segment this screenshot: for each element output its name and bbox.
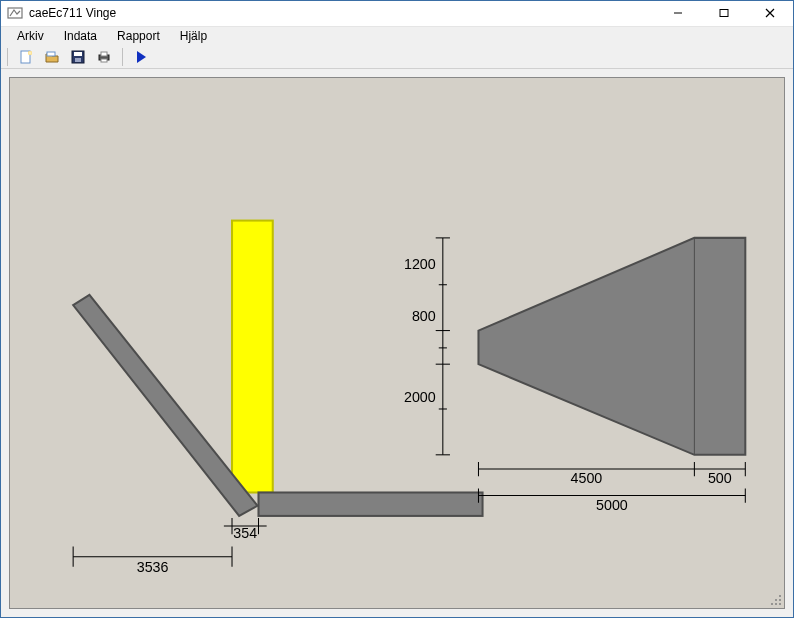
app-window: caeEc711 Vinge Arkiv Indata Rapport Hjäl… [0, 0, 794, 618]
dim-label: 4500 [571, 471, 603, 487]
column-highlight [232, 221, 273, 493]
svg-rect-11 [101, 59, 107, 62]
menu-bar: Arkiv Indata Rapport Hjälp [1, 27, 793, 46]
window-title: caeEc711 Vinge [29, 6, 116, 20]
menu-hjalp[interactable]: Hjälp [170, 27, 217, 45]
drawing-canvas[interactable]: 354 3536 [9, 77, 785, 609]
app-icon [7, 5, 23, 21]
menu-arkiv[interactable]: Arkiv [7, 27, 54, 45]
dim-label: 354 [233, 526, 257, 542]
dim-label: 800 [412, 309, 436, 325]
svg-rect-2 [720, 10, 728, 17]
svg-rect-10 [101, 52, 107, 56]
svg-rect-12 [232, 221, 273, 493]
svg-marker-14 [73, 295, 257, 516]
svg-point-39 [775, 599, 777, 601]
svg-rect-8 [75, 58, 81, 62]
svg-marker-21 [478, 238, 745, 455]
window-controls [655, 1, 793, 26]
dim-label: 3536 [137, 559, 169, 575]
minimize-button[interactable] [655, 1, 701, 26]
client-area: 354 3536 [1, 69, 793, 617]
svg-point-38 [779, 595, 781, 597]
svg-point-43 [779, 603, 781, 605]
dim-wedge-row1: 4500 500 [478, 462, 745, 486]
svg-rect-5 [47, 52, 55, 56]
dim-vertical-chain: 1200 800 2000 [404, 238, 450, 455]
save-icon[interactable] [68, 47, 88, 67]
svg-point-41 [771, 603, 773, 605]
svg-point-42 [775, 603, 777, 605]
open-icon[interactable] [42, 47, 62, 67]
menu-rapport[interactable]: Rapport [107, 27, 170, 45]
dim-label: 500 [708, 471, 732, 487]
toolbar-separator [122, 48, 123, 66]
dim-label: 5000 [596, 497, 628, 513]
title-bar: caeEc711 Vinge [1, 1, 793, 27]
dim-wedge-row2: 5000 [478, 489, 745, 513]
svg-rect-7 [74, 52, 82, 56]
dim-footing-offset: 354 [224, 518, 267, 541]
menu-indata[interactable]: Indata [54, 27, 107, 45]
toolbar [1, 45, 793, 69]
dim-label: 1200 [404, 257, 436, 273]
svg-point-40 [779, 599, 781, 601]
dim-label: 2000 [404, 389, 436, 405]
close-button[interactable] [747, 1, 793, 26]
run-icon[interactable] [131, 47, 151, 67]
new-icon[interactable] [16, 47, 36, 67]
dim-slope: 3536 [73, 547, 232, 575]
resize-grip-icon[interactable] [768, 592, 782, 606]
print-icon[interactable] [94, 47, 114, 67]
svg-rect-0 [8, 8, 22, 18]
svg-rect-13 [258, 493, 482, 516]
wedge-shape [478, 238, 745, 455]
inclined-strut [73, 295, 257, 516]
maximize-button[interactable] [701, 1, 747, 26]
footing-slab [258, 493, 482, 516]
toolbar-separator [7, 48, 8, 66]
